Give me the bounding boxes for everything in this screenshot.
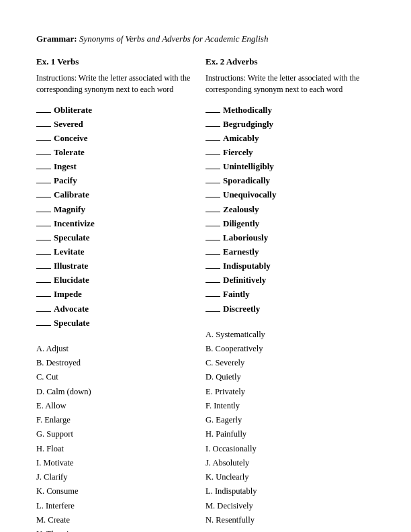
list-item: Zealously <box>205 203 375 216</box>
ex1-title: Ex. 1 Verbs <box>36 56 205 67</box>
list-item: E. Privately <box>205 385 375 399</box>
list-item: G. Eagerly <box>205 413 375 427</box>
vocab-word: Ingest <box>54 160 77 173</box>
answer-blank[interactable] <box>36 282 51 283</box>
ex2-title: Ex. 2 Adverbs <box>205 56 375 67</box>
ex1-instructions: Instructions: Write the letter associate… <box>36 73 205 95</box>
vocab-word: Obliterate <box>54 103 92 117</box>
vocab-word: Faintly <box>223 287 250 301</box>
answer-blank[interactable] <box>36 183 51 183</box>
list-item: A. Adjust <box>36 342 205 356</box>
answer-blank[interactable] <box>205 197 220 197</box>
answer-blank[interactable] <box>205 154 220 155</box>
list-item: Methodically <box>205 103 375 117</box>
ex2-word-list: MethodicallyBegrudginglyAmicablyFiercely… <box>205 103 375 316</box>
answer-blank[interactable] <box>36 212 51 212</box>
list-item: Levitate <box>36 245 205 259</box>
answer-blank[interactable] <box>36 154 51 155</box>
answer-blank[interactable] <box>205 169 220 169</box>
vocab-word: Tolerate <box>54 146 85 159</box>
answer-blank[interactable] <box>36 112 51 113</box>
answer-blank[interactable] <box>205 112 220 113</box>
answer-blank[interactable] <box>205 183 220 183</box>
list-item: M. Create <box>36 513 205 527</box>
vocab-word: Unintelligibly <box>223 160 274 173</box>
answer-blank[interactable] <box>205 311 220 312</box>
vocab-word: Unequivocally <box>223 188 276 202</box>
vocab-word: Sporadically <box>223 174 270 187</box>
vocab-word: Elucidate <box>54 273 89 287</box>
vocab-word: Conceive <box>54 132 88 145</box>
list-item: Speculate <box>36 316 205 330</box>
answer-blank[interactable] <box>36 226 51 226</box>
answer-blank[interactable] <box>205 212 220 212</box>
page-header: Grammar: Synonyms of Verbs and Adverbs f… <box>36 34 375 44</box>
ex2-answer-list: A. SystematicallyB. CooperativelyC. Seve… <box>205 328 375 528</box>
answer-blank[interactable] <box>205 268 220 269</box>
list-item: I. Motivate <box>36 456 205 470</box>
list-item: Obliterate <box>36 103 205 117</box>
answer-blank[interactable] <box>205 226 220 226</box>
vocab-word: Fiercely <box>223 146 253 159</box>
vocab-word: Levitate <box>54 245 84 259</box>
list-item: Definitively <box>205 273 375 287</box>
vocab-word: Speculate <box>54 231 89 245</box>
answer-blank[interactable] <box>205 140 220 141</box>
list-item: Amicably <box>205 132 375 145</box>
list-item: A. Systematically <box>205 328 375 342</box>
list-item: Magnify <box>36 203 205 216</box>
vocab-word: Definitively <box>223 273 266 287</box>
list-item: F. Enlarge <box>36 413 205 427</box>
list-item: Pacify <box>36 174 205 187</box>
vocab-word: Amicably <box>223 132 259 145</box>
answer-blank[interactable] <box>205 282 220 283</box>
answer-blank[interactable] <box>36 254 51 255</box>
list-item: K. Consume <box>36 484 205 498</box>
list-item: K. Unclearly <box>205 470 375 484</box>
vocab-word: Pacify <box>54 174 77 187</box>
vocab-word: Laboriously <box>223 231 268 245</box>
vocab-word: Incentivize <box>54 217 95 230</box>
list-item: M. Decisively <box>205 499 375 513</box>
answer-blank[interactable] <box>36 325 51 326</box>
list-item: Diligently <box>205 217 375 230</box>
list-item: Laboriously <box>205 231 375 245</box>
answer-blank[interactable] <box>205 254 220 255</box>
answer-blank[interactable] <box>205 296 220 297</box>
list-item: I. Occasionally <box>205 442 375 456</box>
list-item: Indisputably <box>205 259 375 273</box>
answer-blank[interactable] <box>36 240 51 240</box>
grammar-label: Grammar: <box>36 34 77 44</box>
ex2-column: Ex. 2 Adverbs Instructions: Write the le… <box>205 56 375 532</box>
answer-blank[interactable] <box>205 240 220 240</box>
answer-blank[interactable] <box>36 311 51 312</box>
list-item: F. Intently <box>205 399 375 413</box>
list-item: Illustrate <box>36 259 205 273</box>
list-item: N. Resentfully <box>205 513 375 527</box>
vocab-word: Discreetly <box>223 302 260 316</box>
answer-blank[interactable] <box>36 268 51 269</box>
ex2-instructions: Instructions: Write the letter associate… <box>205 73 375 95</box>
list-item: Unequivocally <box>205 188 375 202</box>
ex1-answer-list: A. AdjustB. DestroyedC. CutD. Calm (down… <box>36 342 205 532</box>
list-item: H. Painfully <box>205 427 375 441</box>
list-item: Elucidate <box>36 273 205 287</box>
list-item: B. Cooperatively <box>205 342 375 356</box>
list-item: D. Quietly <box>205 370 375 384</box>
list-item: Tolerate <box>36 146 205 159</box>
list-item: L. Interfere <box>36 499 205 513</box>
answer-blank[interactable] <box>36 126 51 127</box>
vocab-word: Methodically <box>223 103 272 117</box>
answer-blank[interactable] <box>36 169 51 169</box>
list-item: Speculate <box>36 231 205 245</box>
list-item: H. Float <box>36 442 205 456</box>
list-item: Begrudgingly <box>205 118 375 131</box>
list-item: Calibrate <box>36 188 205 202</box>
answer-blank[interactable] <box>36 197 51 197</box>
answer-blank[interactable] <box>205 126 220 127</box>
answer-blank[interactable] <box>36 296 51 297</box>
list-item: Incentivize <box>36 217 205 230</box>
vocab-word: Zealously <box>223 203 259 216</box>
list-item: J. Absolutely <box>205 456 375 470</box>
answer-blank[interactable] <box>36 140 51 141</box>
